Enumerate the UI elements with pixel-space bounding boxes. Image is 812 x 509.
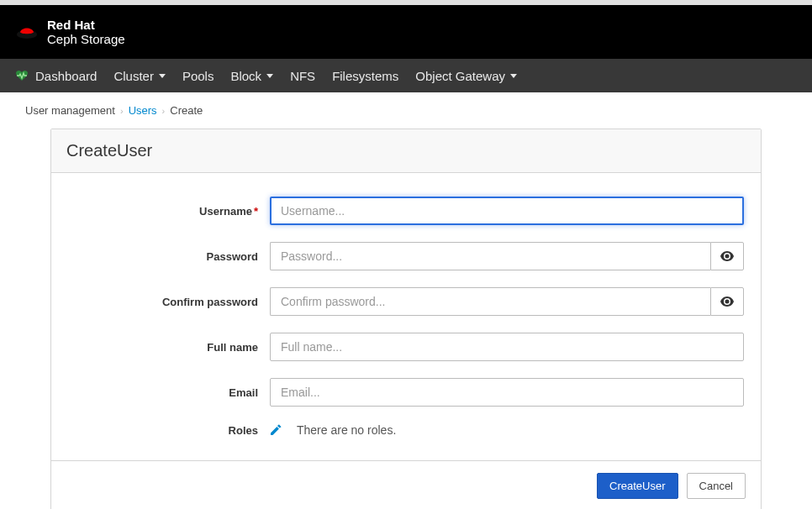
confirm-password-label: Confirm password (68, 296, 270, 308)
toggle-password-visibility-button[interactable] (710, 242, 744, 270)
eye-icon (720, 251, 734, 261)
chevron-down-icon (266, 74, 273, 78)
breadcrumb-separator-icon: › (162, 106, 166, 116)
nav-pools[interactable]: Pools (174, 59, 223, 92)
create-user-button[interactable]: CreateUser (597, 473, 678, 499)
redhat-logo-icon (15, 23, 39, 41)
breadcrumb: User management › Users › Create (0, 92, 812, 129)
nav-block[interactable]: Block (222, 59, 282, 92)
nav-cluster[interactable]: Cluster (105, 59, 174, 92)
chevron-down-icon (510, 74, 517, 78)
password-label: Password (68, 250, 270, 263)
chevron-down-icon (159, 74, 166, 78)
nav-label: Dashboard (35, 69, 97, 83)
full-name-input[interactable] (270, 333, 744, 361)
nav-label: Block (230, 69, 261, 83)
nav-label: Cluster (113, 69, 154, 83)
nav-object-gateway[interactable]: Object Gateway (407, 59, 525, 92)
nav-label: Object Gateway (415, 69, 505, 83)
email-label: Email (68, 386, 270, 399)
brand: Red Hat Ceph Storage (15, 18, 125, 47)
nav-filesystems[interactable]: Filesystems (324, 59, 407, 92)
nav-dashboard[interactable]: Dashboard (15, 59, 105, 92)
nav-label: Filesystems (332, 69, 398, 83)
brand-text: Red Hat Ceph Storage (47, 18, 125, 47)
breadcrumb-separator-icon: › (120, 106, 124, 116)
nav-nfs[interactable]: NFS (282, 59, 324, 92)
nav-label: Pools (182, 69, 214, 83)
eye-icon (720, 296, 734, 307)
panel-header: CreateUser (51, 129, 761, 173)
health-heart-icon (15, 70, 29, 81)
nav-label: NFS (290, 69, 315, 83)
brand-top: Red Hat (47, 18, 125, 32)
app-header: Red Hat Ceph Storage (0, 5, 812, 59)
breadcrumb-item: Create (170, 104, 203, 117)
brand-bottom: Ceph Storage (47, 32, 125, 46)
toggle-confirm-password-visibility-button[interactable] (710, 287, 744, 316)
create-user-panel: CreateUser Username* Password (50, 129, 762, 509)
password-input[interactable] (270, 242, 710, 270)
panel-title: CreateUser (66, 141, 746, 160)
cancel-button[interactable]: Cancel (687, 473, 746, 499)
panel-footer: CreateUser Cancel (51, 460, 761, 509)
full-name-label: Full name (68, 341, 270, 354)
breadcrumb-link-users[interactable]: Users (129, 104, 157, 117)
confirm-password-input[interactable] (270, 287, 710, 316)
username-label: Username* (68, 205, 270, 218)
roles-label: Roles (68, 424, 270, 437)
username-input[interactable] (270, 197, 744, 225)
required-star-icon: * (254, 205, 258, 218)
edit-roles-button[interactable] (270, 424, 282, 436)
roles-empty-text: There are no roles. (297, 423, 396, 437)
main-nav: Dashboard Cluster Pools Block NFS Filesy… (0, 59, 812, 92)
email-input[interactable] (270, 378, 744, 407)
panel-body: Username* Password (51, 173, 761, 460)
breadcrumb-item: User management (25, 104, 115, 117)
